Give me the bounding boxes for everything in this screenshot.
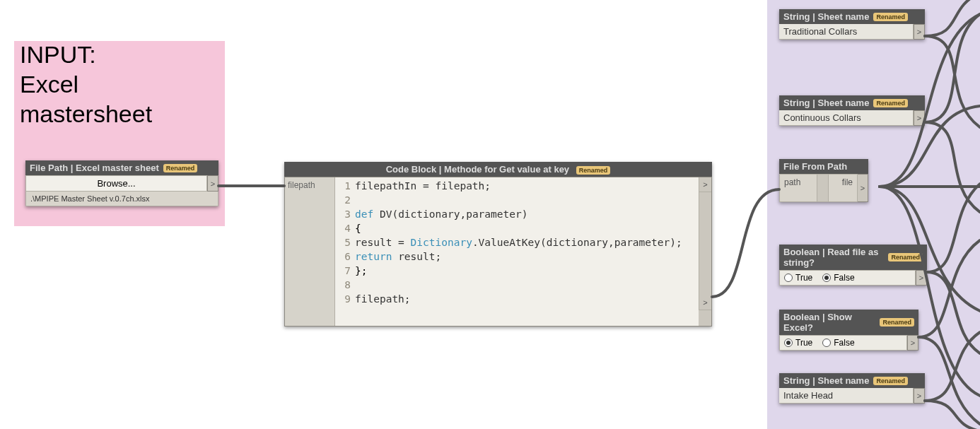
renamed-badge: Renamed <box>163 164 198 172</box>
renamed-badge: Renamed <box>576 166 611 175</box>
input-group-title: INPUT: Excel mastersheet <box>20 40 152 129</box>
renamed-badge: Renamed <box>873 13 908 21</box>
dynamo-graph-canvas[interactable]: INPUT: Excel mastersheet File Path | Exc… <box>0 0 980 429</box>
radio-true[interactable]: True <box>784 273 812 283</box>
code-block-output-2[interactable]: > <box>699 295 711 310</box>
code-block-output-1[interactable]: > <box>699 177 711 192</box>
node-header: String | Sheet name Renamed <box>779 373 925 388</box>
code-block-header: Code Block | Methode for Get value at ke… <box>284 162 712 177</box>
input-port-path[interactable]: path <box>779 174 817 202</box>
file-from-path-node[interactable]: File From Path path file > <box>779 159 868 202</box>
node-header: Boolean | Show Excel? Renamed <box>779 310 918 335</box>
right-group-bg <box>767 0 980 429</box>
file-path-node[interactable]: File Path | Excel master sheet Renamed B… <box>25 160 218 206</box>
output-port[interactable]: > <box>914 388 925 404</box>
renamed-badge: Renamed <box>873 377 908 385</box>
node-header: String | Sheet name Renamed <box>779 9 925 24</box>
output-port[interactable]: > <box>907 335 918 351</box>
output-port[interactable]: > <box>914 110 925 126</box>
browse-button[interactable]: Browse... <box>25 175 207 192</box>
node-header: File From Path <box>779 159 868 174</box>
code-block-node[interactable]: Code Block | Methode for Get value at ke… <box>284 162 712 327</box>
string-sheet-node-3[interactable]: String | Sheet name Renamed Intake Head … <box>779 373 925 404</box>
output-port[interactable]: > <box>858 174 868 202</box>
file-path-output-port[interactable]: > <box>207 175 218 192</box>
string-sheet-node-2[interactable]: String | Sheet name Renamed Continuous C… <box>779 95 925 126</box>
renamed-badge: Renamed <box>888 253 923 261</box>
boolean-read-file-node[interactable]: Boolean | Read file as string? Renamed T… <box>779 245 927 286</box>
node-header: Boolean | Read file as string? Renamed <box>779 245 927 270</box>
code-block-input-port[interactable]: filepath <box>285 177 335 326</box>
string-sheet-node-1[interactable]: String | Sheet name Renamed Traditional … <box>779 9 925 40</box>
output-label-file: file <box>828 174 858 202</box>
renamed-badge: Renamed <box>873 99 908 107</box>
string-value[interactable]: Intake Head <box>779 388 914 404</box>
code-block-editor[interactable]: 1filepathIn = filepath; 2 3def DV(dictio… <box>335 177 699 326</box>
output-port[interactable]: > <box>916 270 927 286</box>
radio-false[interactable]: False <box>822 338 854 348</box>
string-value[interactable]: Traditional Collars <box>779 24 914 40</box>
renamed-badge: Renamed <box>880 318 914 327</box>
string-value[interactable]: Continuous Collars <box>779 110 914 126</box>
output-port[interactable]: > <box>914 24 925 40</box>
file-path-value: .\MPIPE Master Sheet v.0.7ch.xlsx <box>25 192 218 206</box>
radio-false[interactable]: False <box>822 273 854 283</box>
node-header: String | Sheet name Renamed <box>779 95 925 110</box>
file-path-header: File Path | Excel master sheet Renamed <box>25 160 218 175</box>
radio-true[interactable]: True <box>784 338 812 348</box>
boolean-show-excel-node[interactable]: Boolean | Show Excel? Renamed True False… <box>779 310 918 351</box>
